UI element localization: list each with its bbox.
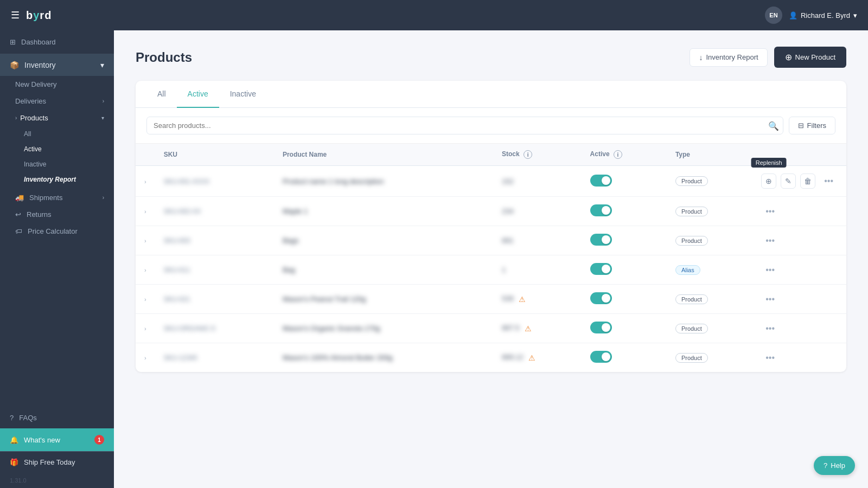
sidebar-item-shipments[interactable]: 🚚 Shipments › — [0, 189, 114, 206]
sku-value: SKU-001-XXXX — [164, 178, 210, 185]
edit-icon: ✎ — [785, 177, 792, 185]
tab-inactive[interactable]: Inactive — [219, 81, 267, 108]
type-badge: Product — [675, 207, 708, 216]
sidebar-inventory-label: Inventory — [24, 61, 56, 69]
returns-icon: ↩ — [15, 210, 21, 219]
th-name: Product Name — [274, 144, 493, 166]
product-name-value: Product name 1 long description — [283, 177, 384, 185]
stock-value: 887.5 — [502, 324, 520, 332]
active-toggle[interactable] — [590, 204, 612, 216]
row-expand-icon[interactable]: › — [144, 208, 146, 215]
sidebar-item-ship-free[interactable]: 🎁 Ship Free Today — [0, 451, 114, 473]
row-expand-icon[interactable]: › — [144, 267, 146, 273]
app-logo: byrd — [26, 9, 52, 22]
chevron-down-products-icon: ▾ — [101, 115, 104, 121]
sidebar-sub-active[interactable]: Active — [0, 142, 114, 157]
user-name: Richard E. Byrd — [801, 11, 850, 20]
sidebar-item-price-calculator[interactable]: 🏷 Price Calculator — [0, 223, 114, 240]
row-expand-icon[interactable]: › — [144, 237, 146, 244]
sidebar-item-whats-new[interactable]: 🔔 What's new 1 — [0, 428, 114, 451]
sidebar-item-deliveries[interactable]: Deliveries › — [0, 93, 114, 110]
tab-all[interactable]: All — [146, 81, 177, 108]
sidebar-item-new-delivery[interactable]: New Delivery — [0, 76, 114, 93]
stock-info-icon[interactable]: i — [524, 150, 532, 159]
search-input[interactable] — [146, 117, 783, 134]
sidebar-item-products[interactable]: › Products ▾ — [0, 110, 114, 126]
page-header: Products ↓ Inventory Report ⊕ New Produc… — [136, 47, 846, 68]
type-badge: Product — [675, 324, 708, 333]
sidebar-sub-inventory-report[interactable]: Inventory Report — [0, 172, 114, 187]
sidebar-sub-inactive[interactable]: Inactive — [0, 157, 114, 172]
active-toggle[interactable] — [590, 322, 612, 333]
help-icon: ? — [824, 461, 827, 470]
more-options-button[interactable]: ••• — [820, 174, 838, 188]
chevron-right-icon: › — [103, 98, 104, 104]
new-product-button[interactable]: ⊕ New Product — [774, 47, 846, 68]
row-expand-icon[interactable]: › — [144, 178, 146, 185]
inventory-box-icon: 📦 — [10, 61, 19, 69]
more-options-button[interactable]: ••• — [761, 263, 779, 277]
table-row: › SKU-011 Bag 1 Alias ••• — [136, 255, 846, 285]
more-options-button[interactable]: ••• — [761, 322, 779, 335]
active-toggle[interactable] — [590, 351, 612, 363]
filter-icon: ⊟ — [798, 121, 804, 130]
app-version: 1.31.0 — [0, 473, 114, 488]
help-label: Help — [831, 461, 845, 470]
more-options-button[interactable]: ••• — [761, 204, 779, 218]
deliveries-label: Deliveries — [15, 97, 46, 105]
filters-button[interactable]: ⊟ Filters — [789, 117, 835, 134]
table-row: › SKU-ORGANIC-5 Mason's Organic Granola … — [136, 314, 846, 343]
chevron-down-icon: ▾ — [853, 11, 857, 20]
top-nav: ☰ byrd EN 👤 Richard E. Byrd ▾ — [0, 0, 868, 30]
more-options-button[interactable]: ••• — [761, 234, 779, 247]
product-name-value: Bag — [283, 266, 295, 274]
product-name-value: Mason's 100% Almond Butter 200g — [283, 354, 393, 362]
table-row: › SKU-12345 Mason's 100% Almond Butter 2… — [136, 343, 846, 373]
row-expand-icon[interactable]: › — [144, 325, 146, 332]
delete-button[interactable]: 🗑 — [800, 174, 815, 189]
faqs-label: FAQs — [19, 414, 37, 422]
product-name-value: Bags — [283, 236, 299, 245]
inventory-report-button[interactable]: ↓ Inventory Report — [690, 48, 767, 67]
search-button[interactable]: 🔍 — [768, 120, 779, 131]
user-menu[interactable]: 👤 Richard E. Byrd ▾ — [789, 11, 857, 20]
sku-value: SKU-ORGANIC-5 — [164, 325, 215, 332]
active-info-icon[interactable]: i — [614, 150, 622, 159]
active-toggle[interactable] — [590, 263, 612, 275]
inventory-report-label: Inventory Report — [706, 53, 758, 61]
sidebar: ⊞ Dashboard 📦 Inventory ▾ New Delivery D… — [0, 30, 114, 488]
stock-value: 152 — [502, 177, 514, 185]
help-button[interactable]: ? Help — [814, 456, 855, 475]
products-label: Products — [20, 114, 48, 122]
plus-circle-icon: ⊕ — [785, 52, 792, 62]
hamburger-icon[interactable]: ☰ — [11, 9, 20, 21]
sidebar-item-faqs[interactable]: ? FAQs — [0, 407, 114, 428]
sidebar-sub-all[interactable]: All — [0, 126, 114, 142]
product-name-value: Mason's Organic Granola 170g — [283, 324, 380, 332]
more-options-button[interactable]: ••• — [761, 351, 779, 364]
sidebar-item-dashboard[interactable]: ⊞ Dashboard — [0, 30, 114, 54]
type-badge: Alias — [675, 265, 700, 275]
table-row: › SKU-002-XX Maple 1 234 Product ••• — [136, 197, 846, 226]
sidebar-section-inventory[interactable]: 📦 Inventory ▾ — [0, 54, 114, 76]
row-expand-icon[interactable]: › — [144, 355, 146, 361]
stock-value: 234 — [502, 207, 514, 215]
tab-active[interactable]: Active — [177, 81, 219, 108]
new-delivery-label: New Delivery — [15, 80, 57, 88]
lang-selector[interactable]: EN — [765, 7, 782, 24]
tabs-container: All Active Inactive — [136, 81, 846, 108]
more-options-button[interactable]: ••• — [761, 292, 779, 306]
type-badge: Product — [675, 236, 708, 246]
active-toggle[interactable] — [590, 292, 612, 304]
sku-value: SKU-002-XX — [164, 208, 201, 215]
row-expand-icon[interactable]: › — [144, 296, 146, 303]
edit-button[interactable]: ✎ — [781, 174, 796, 189]
row-actions: ⊕ Replenish ✎ 🗑 ••• — [761, 174, 838, 189]
th-stock: Stock i — [493, 144, 582, 166]
active-toggle[interactable] — [590, 234, 612, 246]
sidebar-item-returns[interactable]: ↩ Returns — [0, 206, 114, 223]
replenish-button[interactable]: ⊕ Replenish — [761, 174, 776, 189]
table-row: › SKU-001-XXXX Product name 1 long descr… — [136, 166, 846, 197]
main-content: Products ↓ Inventory Report ⊕ New Produc… — [114, 30, 868, 488]
active-toggle[interactable] — [590, 175, 612, 187]
